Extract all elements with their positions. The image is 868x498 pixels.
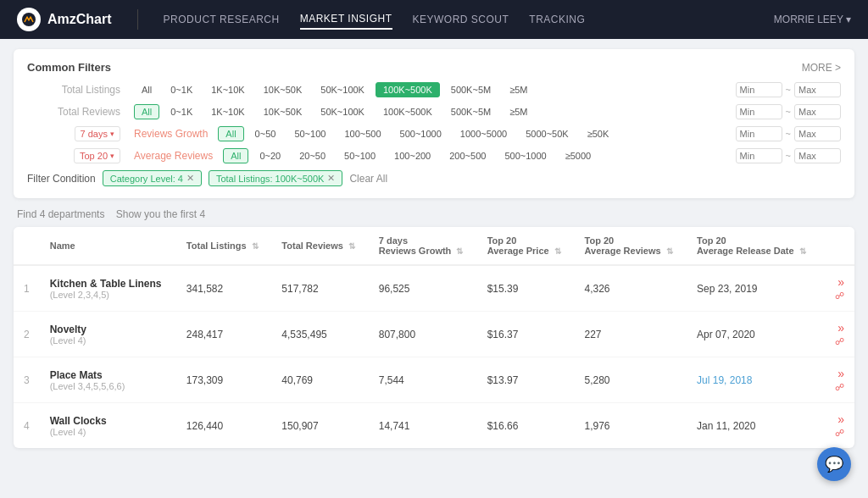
action-detail-icon-2[interactable]: ☍ (835, 337, 844, 346)
ar-opt-20-50[interactable]: 20~50 (292, 148, 333, 163)
nav-links: PRODUCT RESEARCH MARKET INSIGHT KEYWORD … (164, 9, 748, 30)
ar-min-input[interactable] (736, 148, 782, 163)
col-actions (821, 227, 854, 265)
rg-min-input[interactable] (736, 126, 782, 141)
tl-max-input[interactable] (794, 82, 841, 97)
ar-opt-50-100[interactable]: 50~100 (337, 148, 383, 163)
col-reviews-growth[interactable]: 7 daysReviews Growth ⇅ (369, 227, 477, 265)
row-num-3: 3 (14, 357, 40, 403)
show-text: Show you the first 4 (116, 208, 205, 220)
nav-tracking[interactable]: TRACKING (529, 10, 585, 29)
tl-opt-50k-100k[interactable]: 50K~100K (313, 82, 372, 97)
row-num-2: 2 (14, 312, 40, 357)
tl-opt-500k-5m[interactable]: 500K~5M (443, 82, 498, 97)
col-total-reviews[interactable]: Total Reviews ⇅ (271, 227, 368, 265)
tr-opt-10k-50k[interactable]: 10K~50K (256, 104, 310, 119)
tl-opt-100k-500k[interactable]: 100K~500K (376, 82, 440, 97)
row-actions-1: » ☍ (821, 265, 854, 312)
rg-opt-50-100[interactable]: 50~100 (287, 126, 333, 141)
product-name: Place Mats (50, 369, 166, 381)
tr-opt-all[interactable]: All (134, 104, 159, 119)
nav-keyword-scout[interactable]: KEYWORD SCOUT (413, 10, 509, 29)
rg-opt-all[interactable]: All (218, 126, 243, 141)
reviews-growth-dropdown[interactable]: 7 days ▾ (75, 126, 120, 141)
action-detail-icon-4[interactable]: ☍ (835, 429, 844, 438)
filter-tag-category[interactable]: Category Level: 4 ✕ (103, 170, 202, 186)
ar-opt-ge5000[interactable]: ≥5000 (558, 148, 599, 163)
more-link[interactable]: MORE > (802, 62, 841, 74)
action-detail-icon-3[interactable]: ☍ (835, 383, 844, 392)
ar-opt-all[interactable]: All (223, 148, 248, 163)
tr-opt-0-1k[interactable]: 0~1K (163, 104, 200, 119)
tl-opt-10k-50k[interactable]: 10K~50K (256, 82, 310, 97)
col-avg-reviews[interactable]: Top 20Average Reviews ⇅ (575, 227, 687, 265)
row-avg-release-1: Sep 23, 2019 (687, 265, 821, 312)
chat-icon: 💬 (825, 455, 843, 458)
product-name: Novelty (50, 324, 166, 335)
row-reviews-growth-4: 14,741 (369, 403, 477, 449)
tl-opt-all[interactable]: All (134, 82, 159, 97)
tr-min-input[interactable] (736, 104, 782, 119)
tl-min-input[interactable] (736, 82, 782, 97)
ar-opt-200-500[interactable]: 200~500 (442, 148, 493, 163)
row-reviews-growth-1: 96,525 (369, 265, 477, 312)
col-avg-price[interactable]: Top 20Average Price ⇅ (477, 227, 575, 265)
rg-opt-5000-50k[interactable]: 5000~50K (518, 126, 576, 141)
user-menu[interactable]: MORRIE LEEY ▾ (774, 14, 851, 25)
row-avg-price-4: $16.66 (477, 403, 575, 449)
ar-opt-0-20[interactable]: 0~20 (252, 148, 288, 163)
table-row: 1 Kitchen & Table Linens (Level 2,3,4,5)… (14, 265, 854, 312)
action-arrow-icon-1[interactable]: » (837, 276, 844, 288)
tl-opt-0-1k[interactable]: 0~1K (163, 82, 200, 97)
filter-row-total-reviews: Total Reviews All 0~1K 1K~10K 10K~50K 50… (27, 104, 841, 119)
filter-tag-category-close-icon[interactable]: ✕ (186, 173, 194, 184)
ar-max-input[interactable] (794, 148, 841, 163)
brand-icon (17, 8, 41, 31)
tr-opt-50k-100k[interactable]: 50K~100K (313, 104, 372, 119)
action-detail-icon-1[interactable]: ☍ (835, 291, 844, 301)
row-avg-reviews-1: 4,326 (575, 265, 687, 312)
rg-opt-500-1000[interactable]: 500~1000 (392, 126, 449, 141)
rg-opt-100-500[interactable]: 100~500 (337, 126, 388, 141)
filter-tag-listings[interactable]: Total Listings: 100K~500K ✕ (209, 170, 343, 186)
col-avg-release[interactable]: Top 20Average Release Date ⇅ (687, 227, 821, 265)
filter-range-total-listings: ~ (736, 82, 841, 97)
col-name: Name (40, 227, 176, 265)
row-name-1: Kitchen & Table Linens (Level 2,3,4,5) (40, 265, 176, 312)
tr-max-input[interactable] (794, 104, 841, 119)
row-avg-release-4: Jan 11, 2020 (687, 403, 821, 449)
rg-opt-0-50[interactable]: 0~50 (248, 126, 284, 141)
brand-logo[interactable]: AmzChart (17, 8, 112, 31)
tr-opt-ge5m[interactable]: ≥5M (502, 104, 535, 119)
results-info: Find 4 departments Show you the first 4 (14, 208, 854, 220)
filter-range-average-reviews: ~ (736, 148, 841, 163)
action-arrow-icon-4[interactable]: » (837, 413, 844, 425)
rg-opt-ge50k[interactable]: ≥50K (580, 126, 617, 141)
nav-market-insight[interactable]: MARKET INSIGHT (300, 9, 392, 30)
row-avg-release-3: Jul 19, 2018 (687, 357, 821, 403)
action-arrow-icon-3[interactable]: » (837, 368, 844, 379)
tr-opt-1k-10k[interactable]: 1K~10K (203, 104, 252, 119)
product-name: Kitchen & Table Linens (50, 278, 166, 290)
tl-opt-1k-10k[interactable]: 1K~10K (203, 82, 252, 97)
rg-max-input[interactable] (794, 126, 841, 141)
row-name-2: Novelty (Level 4) (40, 312, 176, 357)
average-reviews-dropdown[interactable]: Top 20 ▾ (74, 148, 120, 163)
avg-dropdown-arrow-icon: ▾ (110, 152, 114, 160)
filter-tag-listings-close-icon[interactable]: ✕ (327, 173, 335, 184)
nav-product-research[interactable]: PRODUCT RESEARCH (164, 10, 280, 29)
row-total-listings-2: 248,417 (176, 312, 272, 357)
clear-all-button[interactable]: Clear All (349, 173, 387, 185)
ar-opt-100-200[interactable]: 100~200 (387, 148, 438, 163)
row-total-reviews-1: 517,782 (271, 265, 368, 312)
filter-condition-row: Filter Condition Category Level: 4 ✕ Tot… (27, 170, 841, 186)
tr-opt-100k-500k[interactable]: 100K~500K (376, 104, 440, 119)
col-total-listings[interactable]: Total Listings ⇅ (176, 227, 272, 265)
row-avg-reviews-3: 5,280 (575, 357, 687, 403)
rg-opt-1000-5000[interactable]: 1000~5000 (453, 126, 515, 141)
row-total-listings-1: 341,582 (176, 265, 272, 312)
action-arrow-icon-2[interactable]: » (837, 322, 844, 334)
tl-opt-ge5m[interactable]: ≥5M (502, 82, 535, 97)
tr-opt-500k-5m[interactable]: 500K~5M (443, 104, 498, 119)
ar-opt-500-1000[interactable]: 500~1000 (497, 148, 554, 163)
